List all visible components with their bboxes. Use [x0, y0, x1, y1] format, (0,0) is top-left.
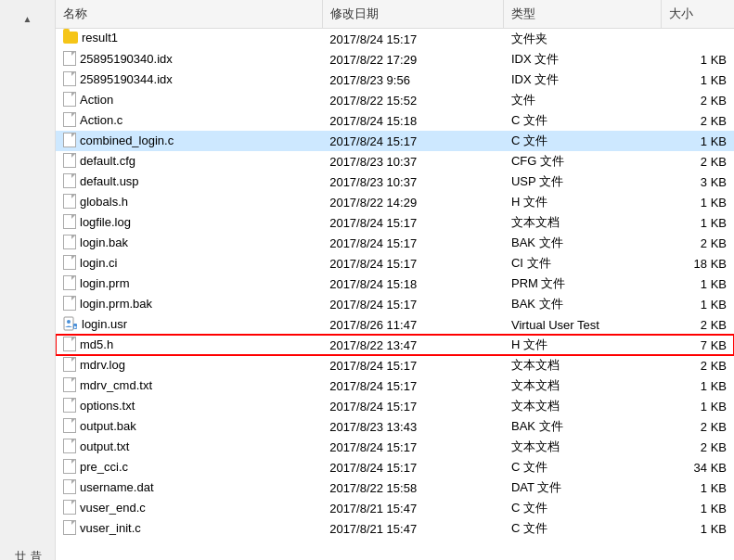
col-modified[interactable]: 修改日期 — [322, 0, 504, 29]
table-row[interactable]: login.prm2017/8/24 15:18PRM 文件1 KB — [56, 274, 734, 294]
file-size: 2 KB — [662, 355, 734, 375]
table-row[interactable]: Action2017/8/22 15:52文件2 KB — [56, 90, 734, 110]
file-size — [662, 29, 734, 50]
file-name-cell: combined_login.c — [56, 131, 322, 149]
file-name-cell: login.bak — [56, 233, 322, 251]
file-modified: 2017/8/23 10:37 — [322, 172, 504, 192]
table-row[interactable]: pre_cci.c2017/8/24 15:17C 文件34 KB — [56, 457, 734, 477]
table-row[interactable]: globals.h2017/8/22 14:29H 文件1 KB — [56, 192, 734, 212]
file-modified: 2017/8/23 13:43 — [322, 416, 504, 437]
file-modified: 2017/8/22 17:29 — [322, 49, 504, 70]
file-modified: 2017/8/21 15:47 — [322, 518, 504, 539]
table-row[interactable]: username.dat2017/8/22 15:58DAT 文件1 KB — [56, 477, 734, 498]
file-modified: 2017/8/24 15:17 — [322, 131, 504, 151]
table-row[interactable]: md5.h2017/8/22 13:47H 文件7 KB — [56, 335, 734, 355]
file-type: H 文件 — [504, 192, 662, 212]
file-name: vuser_init.c — [80, 521, 141, 535]
file-name: mdrv_cmd.txt — [80, 378, 152, 392]
col-type[interactable]: 类型 — [504, 0, 662, 29]
file-name-cell: default.usp — [56, 172, 322, 190]
file-name-cell: output.txt — [56, 437, 322, 455]
file-type: 文件夹 — [504, 29, 662, 50]
file-name-cell: login.prm — [56, 274, 322, 292]
file-name: combined_login.c — [80, 134, 174, 147]
file-size: 2 KB — [662, 416, 734, 437]
file-size: 1 KB — [662, 212, 734, 233]
file-icon — [63, 418, 76, 433]
table-row[interactable]: options.txt2017/8/24 15:17文本文档1 KB — [56, 396, 734, 416]
file-size: 2 KB — [662, 233, 734, 253]
file-modified: 2017/8/22 14:29 — [322, 192, 504, 212]
file-size: 1 KB — [662, 375, 734, 396]
file-name: mdrv.log — [80, 358, 125, 372]
file-name: output.txt — [80, 439, 129, 453]
table-row[interactable]: ▶ login.usr2017/8/26 11:47Virtual User T… — [56, 314, 734, 335]
file-modified: 2017/8/24 15:17 — [322, 29, 504, 50]
file-name: logfile.log — [80, 215, 131, 229]
file-modified: 2017/8/24 15:17 — [322, 375, 504, 396]
file-list-wrapper[interactable]: 名称 修改日期 类型 大小 result12017/8/24 15:17文件夹2… — [56, 0, 734, 560]
table-row[interactable]: login.ci2017/8/24 15:17CI 文件18 KB — [56, 253, 734, 274]
file-icon — [63, 520, 76, 535]
file-icon — [63, 173, 76, 188]
file-type: 文本文档 — [504, 355, 662, 375]
file-size: 1 KB — [662, 518, 734, 539]
file-name: login.bak — [80, 235, 128, 249]
table-row[interactable]: combined_login.c2017/8/24 15:17C 文件1 KB — [56, 131, 734, 151]
file-name-cell: 25895190344.idx — [56, 70, 322, 88]
file-modified: 2017/8/22 15:58 — [322, 477, 504, 498]
file-type: CI 文件 — [504, 253, 662, 274]
file-name: md5.h — [80, 337, 113, 351]
table-row[interactable]: 25895190344.idx2017/8/23 9:56IDX 文件1 KB — [56, 70, 734, 90]
file-size: 1 KB — [662, 131, 734, 151]
table-row[interactable]: result12017/8/24 15:17文件夹 — [56, 29, 734, 50]
file-type: C 文件 — [504, 110, 662, 131]
file-modified: 2017/8/24 15:17 — [322, 294, 504, 314]
file-name: globals.h — [80, 195, 128, 209]
table-row[interactable]: login.prm.bak2017/8/24 15:17BAK 文件1 KB — [56, 294, 734, 314]
col-size[interactable]: 大小 — [662, 0, 734, 29]
file-type: H 文件 — [504, 335, 662, 355]
file-icon — [63, 357, 76, 372]
file-name-cell: md5.h — [56, 335, 322, 353]
table-row[interactable]: logfile.log2017/8/24 15:17文本文档1 KB — [56, 212, 734, 233]
file-name-cell: username.dat — [56, 477, 322, 496]
file-name: output.bak — [80, 419, 136, 433]
file-icon — [63, 459, 76, 474]
table-row[interactable]: login.bak2017/8/24 15:17BAK 文件2 KB — [56, 233, 734, 253]
table-row[interactable]: output.txt2017/8/24 15:17文本文档2 KB — [56, 437, 734, 457]
file-type: BAK 文件 — [504, 416, 662, 437]
file-icon — [63, 337, 76, 351]
file-name-cell: output.bak — [56, 416, 322, 435]
file-name: result1 — [82, 31, 118, 45]
file-icon — [63, 51, 76, 66]
file-icon — [63, 71, 76, 86]
file-name-cell: login.prm.bak — [56, 294, 322, 312]
table-row[interactable]: mdrv_cmd.txt2017/8/24 15:17文本文档1 KB — [56, 375, 734, 396]
file-icon — [63, 377, 76, 392]
table-row[interactable]: vuser_init.c2017/8/21 15:47C 文件1 KB — [56, 518, 734, 539]
file-type: 文件 — [504, 90, 662, 110]
file-type: C 文件 — [504, 518, 662, 539]
table-row[interactable]: output.bak2017/8/23 13:43BAK 文件2 KB — [56, 416, 734, 437]
table-row[interactable]: vuser_end.c2017/8/21 15:47C 文件1 KB — [56, 498, 734, 518]
table-row[interactable]: 25895190340.idx2017/8/22 17:29IDX 文件1 KB — [56, 49, 734, 70]
table-row[interactable]: default.usp2017/8/23 10:37USP 文件3 KB — [56, 172, 734, 192]
file-modified: 2017/8/22 13:47 — [322, 335, 504, 355]
file-icon — [63, 194, 76, 209]
file-size: 2 KB — [662, 437, 734, 457]
file-type: 文本文档 — [504, 437, 662, 457]
table-row[interactable]: default.cfg2017/8/23 10:37CFG 文件2 KB — [56, 151, 734, 172]
file-name: 25895190340.idx — [80, 52, 173, 66]
table-row[interactable]: mdrv.log2017/8/24 15:17文本文档2 KB — [56, 355, 734, 375]
sidebar-scroll-up[interactable]: ▲ — [0, 9, 55, 28]
file-modified: 2017/8/24 15:17 — [322, 212, 504, 233]
table-row[interactable]: Action.c2017/8/24 15:18C 文件2 KB — [56, 110, 734, 131]
file-name-cell: login.ci — [56, 253, 322, 272]
file-size: 1 KB — [662, 477, 734, 498]
col-name[interactable]: 名称 — [56, 0, 322, 29]
sidebar-label: 昔 廿 — [12, 541, 44, 560]
file-name: vuser_end.c — [80, 501, 146, 515]
file-icon — [63, 439, 76, 453]
file-name: username.dat — [80, 480, 154, 494]
